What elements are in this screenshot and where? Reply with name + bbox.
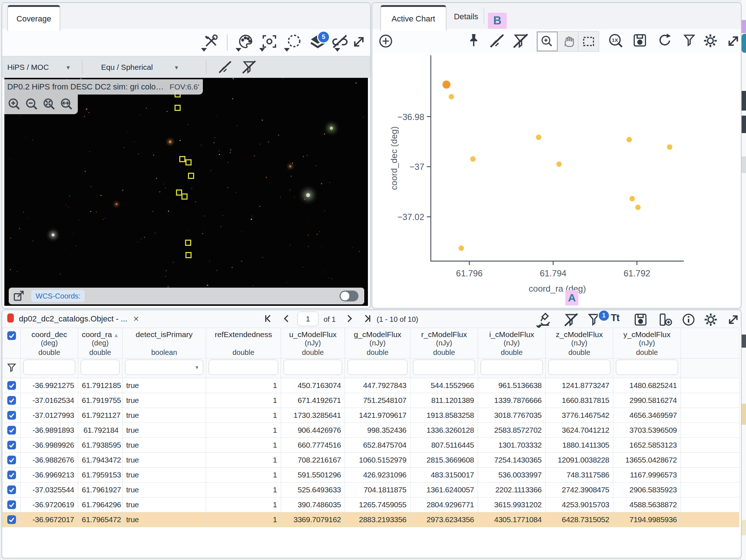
row-checkbox-icon[interactable] xyxy=(7,411,16,420)
cell-refExtendedness[interactable]: 1 xyxy=(206,512,281,527)
cell-y_cModelFlux[interactable]: 3703.5396509 xyxy=(613,423,681,438)
row-checkbox-icon[interactable] xyxy=(7,381,16,390)
clear-filters-image-icon[interactable] xyxy=(241,60,257,75)
row-checkbox-icon[interactable] xyxy=(7,331,16,340)
cell-y_cModelFlux[interactable]: 1480.6825241 xyxy=(613,378,681,393)
cell-g_cModelFlux[interactable]: 1421.9709617 xyxy=(345,408,410,423)
column-header-coord_dec[interactable]: coord_dec (deg)double xyxy=(21,328,78,359)
cell-refExtendedness[interactable]: 1 xyxy=(206,497,281,512)
scatter-chart[interactable]: 61.79661.79461.792−36.98−37−37.02coord_r… xyxy=(373,53,739,307)
catalog-marker-square[interactable] xyxy=(185,240,191,246)
catalog-marker-square[interactable] xyxy=(185,252,192,258)
page-number-input[interactable] xyxy=(297,312,318,326)
cell-coord_dec[interactable]: -36.9882676 xyxy=(21,453,78,468)
image-tools-icon[interactable] xyxy=(203,33,219,49)
cell-r_cModelFlux[interactable]: 2973.6234356 xyxy=(410,512,478,527)
cell-y_cModelFlux[interactable]: 4656.3469597 xyxy=(613,408,681,423)
hide-highlight-icon[interactable] xyxy=(489,33,505,49)
expand-chart-icon[interactable] xyxy=(726,33,741,49)
projection-caret-icon[interactable]: ▼ xyxy=(174,64,179,71)
cell-y_cModelFlux[interactable]: 7194.9985936 xyxy=(613,512,681,527)
cell-r_cModelFlux[interactable]: 1913.8583258 xyxy=(410,408,478,423)
column-header-z_cModelFlux[interactable]: z_cModelFlux (nJy)double xyxy=(546,328,613,359)
cell-coord_ra[interactable]: 61.7959153 xyxy=(78,468,123,483)
restore-chart-icon[interactable] xyxy=(657,33,672,48)
column-header-u_cModelFlux[interactable]: u_cModelFlux (nJy)double xyxy=(281,328,345,359)
inspect-icon[interactable] xyxy=(537,312,553,327)
cell-y_cModelFlux[interactable]: 4588.5638872 xyxy=(613,497,681,512)
row-checkbox-icon[interactable] xyxy=(7,500,16,509)
row-checkbox-icon[interactable] xyxy=(7,515,16,524)
cell-coord_dec[interactable]: -36.9720619 xyxy=(21,497,78,512)
row-checkbox-icon[interactable] xyxy=(7,440,16,450)
cell-z_cModelFlux[interactable]: 1241.8773247 xyxy=(546,378,613,393)
row-select-cell[interactable] xyxy=(3,408,21,423)
cell-detect_isPrimary[interactable]: true xyxy=(123,497,206,512)
hips-moc-dropdown[interactable]: HiPS / MOC xyxy=(7,63,49,72)
cell-u_cModelFlux[interactable]: 525.6493633 xyxy=(281,483,345,497)
row-select-cell[interactable] xyxy=(3,438,21,453)
table-row[interactable]: -37.016253461.7919755true1671.4192671751… xyxy=(3,393,739,408)
cell-z_cModelFlux[interactable]: 6428.7315052 xyxy=(546,512,613,527)
cell-detect_isPrimary[interactable]: true xyxy=(123,408,206,423)
cell-coord_ra[interactable]: 61.792184 xyxy=(78,423,123,438)
cell-i_cModelFlux[interactable]: 2583.8572702 xyxy=(478,423,546,438)
cell-r_cModelFlux[interactable]: 544.1552966 xyxy=(410,378,478,393)
cell-g_cModelFlux[interactable]: 447.7927843 xyxy=(345,378,410,393)
cell-refExtendedness[interactable]: 1 xyxy=(206,468,281,483)
cell-y_cModelFlux[interactable]: 13655.0428672 xyxy=(613,453,681,468)
filter-input-z_cModelFlux[interactable] xyxy=(546,359,613,378)
column-header-y_cModelFlux[interactable]: y_cModelFlux (nJy)double xyxy=(613,328,681,359)
scatter-point[interactable] xyxy=(449,94,454,100)
filter-input-refExtendedness[interactable] xyxy=(206,359,281,378)
row-checkbox-icon[interactable] xyxy=(7,470,16,480)
cell-i_cModelFlux[interactable]: 7254.1430365 xyxy=(478,453,546,468)
cell-refExtendedness[interactable]: 1 xyxy=(206,408,281,423)
cell-z_cModelFlux[interactable]: 748.3117586 xyxy=(546,468,613,483)
scatter-point[interactable] xyxy=(536,135,541,140)
table-row[interactable]: -37.012799361.7921127true11730.328564114… xyxy=(3,408,739,423)
scatter-point[interactable] xyxy=(626,137,632,143)
column-header-g_cModelFlux[interactable]: g_cModelFlux (nJy)double xyxy=(345,328,410,359)
table-settings-icon[interactable] xyxy=(703,312,718,327)
cell-r_cModelFlux[interactable]: 483.3150017 xyxy=(410,468,478,483)
table-row[interactable]: -37.032554461.7961927true1525.6493633704… xyxy=(3,483,739,497)
cell-r_cModelFlux[interactable]: 807.5116445 xyxy=(410,438,478,453)
column-header-coord_ra[interactable]: coord_ra▲ (deg)double xyxy=(78,328,123,359)
scatter-point[interactable] xyxy=(630,196,635,201)
cell-g_cModelFlux[interactable]: 704.1811875 xyxy=(345,483,410,497)
cell-y_cModelFlux[interactable]: 1652.5853123 xyxy=(613,438,681,453)
zoom-original-icon[interactable]: 1X xyxy=(608,33,624,49)
color-palette-icon[interactable] xyxy=(238,33,254,49)
filter-select-caret-icon[interactable]: ▼ xyxy=(194,365,199,370)
cell-g_cModelFlux[interactable]: 751.2548107 xyxy=(345,393,410,408)
catalog-marker-square[interactable] xyxy=(188,173,194,179)
cell-u_cModelFlux[interactable]: 1730.3285641 xyxy=(281,408,345,423)
cell-refExtendedness[interactable]: 1 xyxy=(206,438,281,453)
scatter-point-selected[interactable] xyxy=(442,81,450,89)
table-row[interactable]: -36.972061961.7964296true1390.7486035126… xyxy=(3,497,739,512)
table-info-icon[interactable] xyxy=(681,312,696,327)
cell-coord_ra[interactable]: 61.7912185 xyxy=(78,378,123,393)
cell-i_cModelFlux[interactable]: 1301.703332 xyxy=(478,438,546,453)
zoom-mode-button[interactable] xyxy=(537,32,558,51)
cell-g_cModelFlux[interactable]: 652.8475704 xyxy=(345,438,410,453)
cell-detect_isPrimary[interactable]: true xyxy=(123,423,206,438)
cell-coord_dec[interactable]: -36.9989926 xyxy=(21,438,78,453)
table-row[interactable]: -36.996921361.7959153true1591.5501296426… xyxy=(3,468,739,483)
cell-coord_ra[interactable]: 61.7965472 xyxy=(78,512,123,527)
cell-refExtendedness[interactable]: 1 xyxy=(206,453,281,468)
row-checkbox-icon[interactable] xyxy=(7,425,16,435)
filter-input-u_cModelFlux[interactable] xyxy=(281,359,345,378)
column-header-r_cModelFlux[interactable]: r_cModelFlux (nJy)double xyxy=(410,328,478,359)
cell-r_cModelFlux[interactable]: 2804.9296771 xyxy=(410,497,478,512)
cell-u_cModelFlux[interactable]: 591.5501296 xyxy=(281,468,345,483)
unlink-icon[interactable] xyxy=(332,33,348,49)
select-all-checkbox[interactable] xyxy=(3,328,21,359)
clear-table-filter-icon[interactable] xyxy=(563,312,579,328)
column-header-detect_isPrimary[interactable]: detect_isPrimary boolean xyxy=(123,328,206,359)
cell-r_cModelFlux[interactable]: 2815.3669608 xyxy=(410,453,478,468)
filter-input-y_cModelFlux[interactable] xyxy=(613,359,681,378)
row-select-cell[interactable] xyxy=(3,453,21,468)
pan-mode-button[interactable] xyxy=(558,32,578,51)
